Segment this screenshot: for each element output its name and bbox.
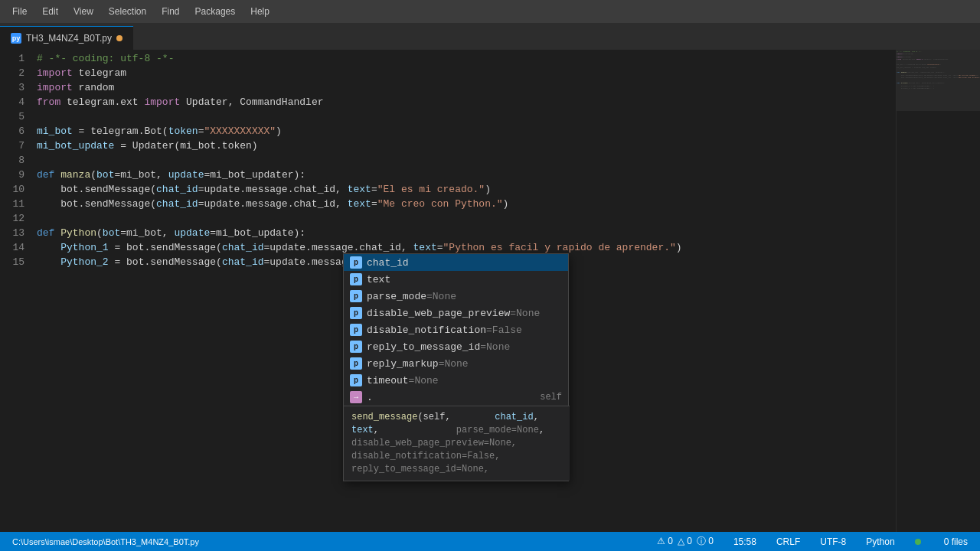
code-line-6: mi_bot = telegram.Bot(token="XXXXXXXXXX"…	[37, 124, 896, 139]
ac-item-dot[interactable]: → . self	[344, 389, 568, 406]
status-path[interactable]: C:\Users\ismae\Desktop\Bot\TH3_M4NZ4_B0T…	[8, 537, 204, 546]
line-number: 6	[0, 124, 24, 139]
menu-packages[interactable]: Packages	[189, 3, 242, 20]
status-encoding[interactable]: UTF-8	[815, 536, 851, 547]
ac-right-label: self	[540, 392, 562, 403]
ac-item-timeout[interactable]: p timeout=None	[344, 372, 568, 389]
menu-selection[interactable]: Selection	[103, 3, 152, 20]
code-line-10: bot.sendMessage(chat_id=update.message.c…	[37, 182, 896, 197]
code-line-4: from telegram.ext import Updater, Comman…	[37, 95, 896, 109]
ac-item-chat_id[interactable]: p chat_id	[344, 254, 568, 271]
code-line-11: bot.sendMessage(chat_id=update.message.c…	[37, 197, 896, 211]
code-line-8	[37, 153, 896, 168]
ac-item-reply_to_message_id[interactable]: p reply_to_message_id=None	[344, 338, 568, 355]
status-left: C:\Users\ismae\Desktop\Bot\TH3_M4NZ4_B0T…	[8, 537, 652, 546]
line-number: 9	[0, 168, 24, 182]
ac-param-icon: p	[350, 307, 362, 319]
ac-label: .	[367, 392, 373, 403]
ac-item-text[interactable]: p text	[344, 271, 568, 288]
ac-label: reply_to_message_id=None	[367, 341, 510, 353]
ac-label: disable_web_page_preview=None	[367, 308, 540, 319]
sig-param6: reply_to_message_id=None,	[351, 464, 489, 474]
line-number: 8	[0, 153, 24, 168]
line-number: 11	[0, 197, 24, 211]
code-line-3: import random	[37, 80, 896, 95]
line-number: 7	[0, 139, 24, 153]
status-eol[interactable]: CRLF	[772, 536, 805, 547]
sig-function: send_message	[351, 412, 417, 422]
ac-arrow-icon: →	[350, 391, 362, 403]
ac-label: timeout=None	[367, 375, 439, 386]
code-line-7: mi_bot_update = Updater(mi_bot.token)	[37, 139, 896, 153]
autocomplete-dropdown[interactable]: p chat_id p text p parse_mode=None p dis…	[343, 253, 569, 481]
minimap-content: # -*- coding: utf-8 -*- import telegram …	[897, 50, 912, 90]
sig-param2: text	[351, 425, 374, 435]
line-number: 3	[0, 80, 24, 95]
tabbar: py TH3_M4NZ4_B0T.py	[0, 23, 980, 50]
sig-param4: disable_web_page_preview=None,	[351, 438, 517, 448]
sig-open-paren: (self,	[417, 412, 495, 422]
menu-help[interactable]: Help	[244, 3, 276, 20]
ac-param-icon: p	[350, 324, 362, 336]
tab-filename: TH3_M4NZ4_B0T.py	[26, 33, 112, 44]
line-number: 10	[0, 182, 24, 197]
line-numbers: 1 2 3 4 5 6 7 8 9 10 11 12 13 14 15	[0, 50, 31, 532]
status-files[interactable]: 0 files	[939, 536, 972, 547]
ac-param-icon: p	[350, 256, 362, 269]
editor-tab[interactable]: py TH3_M4NZ4_B0T.py	[0, 26, 133, 50]
code-line-13: def Python(bot=mi_bot, update=mi_bot_upd…	[37, 226, 896, 240]
ac-item-parse_mode[interactable]: p parse_mode=None	[344, 288, 568, 305]
signature-help: send_message(self, chat_id, text, parse_…	[344, 406, 570, 481]
line-number: 4	[0, 95, 24, 109]
ac-param-icon: p	[350, 357, 362, 370]
line-number: 2	[0, 66, 24, 80]
line-number: 12	[0, 211, 24, 226]
minimap: # -*- coding: utf-8 -*- import telegram …	[896, 50, 980, 532]
sig-param3: parse_mode=None	[456, 425, 539, 435]
statusbar: C:\Users\ismae\Desktop\Bot\TH3_M4NZ4_B0T…	[0, 532, 980, 551]
menu-view[interactable]: View	[67, 3, 100, 20]
ac-label: chat_id	[367, 257, 409, 269]
menubar: File Edit View Selection Find Packages H…	[0, 0, 980, 23]
code-line-1: # -*- coding: utf-8 -*-	[37, 51, 896, 66]
line-number: 1	[0, 51, 24, 66]
ac-label: parse_mode=None	[367, 291, 456, 302]
tab-modified-indicator	[116, 35, 122, 41]
ac-label: text	[367, 274, 390, 285]
status-errors[interactable]: ⚠0 △0 ⓘ0	[652, 535, 718, 548]
status-language[interactable]: Python	[861, 536, 899, 547]
ac-param-icon: p	[350, 341, 362, 353]
ac-item-reply_markup[interactable]: p reply_markup=None	[344, 355, 568, 372]
code-editor[interactable]: # -*- coding: utf-8 -*- import telegram …	[31, 50, 896, 532]
python-file-icon: py	[11, 33, 21, 44]
editor-container: 1 2 3 4 5 6 7 8 9 10 11 12 13 14 15 # -*…	[0, 50, 980, 532]
line-number: 5	[0, 109, 24, 124]
ac-label: disable_notification=False	[367, 324, 522, 336]
status-right: ⚠0 △0 ⓘ0 15:58 CRLF UTF-8 Python 0 files	[652, 535, 972, 548]
menu-find[interactable]: Find	[155, 3, 185, 20]
code-line-9: def manza(bot=mi_bot, update=mi_bot_upda…	[37, 168, 896, 182]
line-number: 14	[0, 240, 24, 255]
line-number: 15	[0, 255, 24, 269]
code-line-5	[37, 109, 896, 124]
line-number: 13	[0, 226, 24, 240]
status-line-col[interactable]: 15:58	[729, 536, 761, 547]
code-line-12	[37, 211, 896, 226]
ac-param-icon: p	[350, 273, 362, 285]
ac-item-disable_web_page_preview[interactable]: p disable_web_page_preview=None	[344, 305, 568, 321]
sig-param5: disable_notification=False,	[351, 451, 500, 461]
ac-param-icon: p	[350, 290, 362, 302]
code-line-2: import telegram	[37, 66, 896, 80]
ac-param-icon: p	[350, 374, 362, 386]
ac-item-disable_notification[interactable]: p disable_notification=False	[344, 321, 568, 338]
status-circle	[910, 536, 929, 547]
sig-param1: chat_id	[495, 412, 533, 422]
menu-edit[interactable]: Edit	[36, 3, 64, 20]
ac-label: reply_markup=None	[367, 358, 469, 370]
menu-file[interactable]: File	[6, 3, 33, 20]
